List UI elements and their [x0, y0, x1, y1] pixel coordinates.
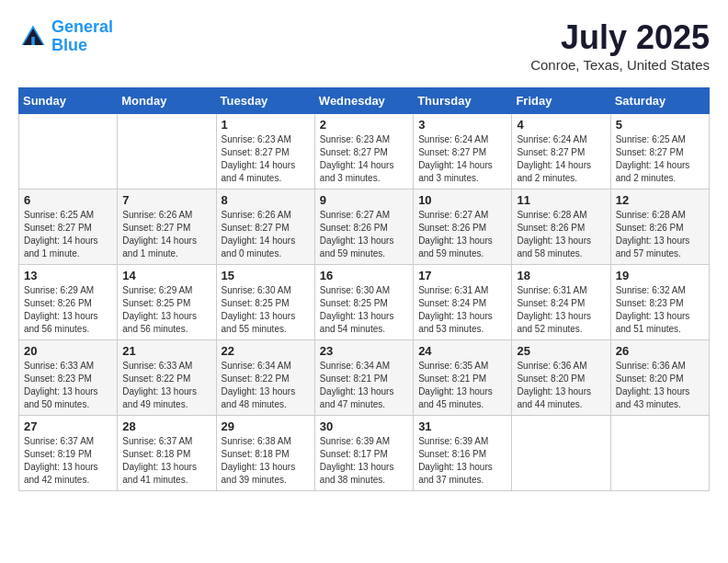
- calendar-cell: 30Sunrise: 6:39 AM Sunset: 8:17 PM Dayli…: [314, 416, 413, 491]
- day-info: Sunrise: 6:36 AM Sunset: 8:20 PM Dayligh…: [616, 360, 704, 411]
- calendar-cell: 21Sunrise: 6:33 AM Sunset: 8:22 PM Dayli…: [118, 340, 216, 416]
- location: Conroe, Texas, United States: [530, 57, 710, 73]
- calendar-cell: 6Sunrise: 6:25 AM Sunset: 8:27 PM Daylig…: [19, 190, 118, 265]
- calendar-cell: [118, 114, 216, 190]
- calendar-week-3: 13Sunrise: 6:29 AM Sunset: 8:26 PM Dayli…: [19, 265, 710, 340]
- day-number: 7: [122, 193, 210, 207]
- day-number: 3: [418, 118, 506, 132]
- day-info: Sunrise: 6:29 AM Sunset: 8:25 PM Dayligh…: [122, 284, 210, 336]
- calendar-cell: 11Sunrise: 6:28 AM Sunset: 8:26 PM Dayli…: [512, 190, 610, 265]
- day-info: Sunrise: 6:27 AM Sunset: 8:26 PM Dayligh…: [320, 209, 408, 260]
- day-info: Sunrise: 6:38 AM Sunset: 8:18 PM Dayligh…: [222, 435, 310, 487]
- calendar-cell: 28Sunrise: 6:37 AM Sunset: 8:18 PM Dayli…: [118, 416, 216, 491]
- day-info: Sunrise: 6:37 AM Sunset: 8:19 PM Dayligh…: [24, 435, 112, 487]
- calendar-cell: 31Sunrise: 6:39 AM Sunset: 8:16 PM Dayli…: [414, 416, 512, 491]
- page-header: General Blue July 2025 Conroe, Texas, Un…: [18, 18, 710, 73]
- header-thursday: Thursday: [414, 88, 512, 114]
- day-info: Sunrise: 6:36 AM Sunset: 8:20 PM Dayligh…: [517, 360, 605, 411]
- day-number: 11: [517, 193, 605, 207]
- calendar-cell: 1Sunrise: 6:23 AM Sunset: 8:27 PM Daylig…: [216, 114, 314, 190]
- day-number: 6: [24, 193, 112, 207]
- day-info: Sunrise: 6:37 AM Sunset: 8:18 PM Dayligh…: [122, 435, 210, 487]
- day-number: 18: [517, 269, 605, 282]
- calendar-cell: 20Sunrise: 6:33 AM Sunset: 8:23 PM Dayli…: [19, 340, 118, 416]
- day-number: 17: [418, 269, 506, 282]
- day-info: Sunrise: 6:30 AM Sunset: 8:25 PM Dayligh…: [320, 284, 408, 336]
- day-info: Sunrise: 6:28 AM Sunset: 8:26 PM Dayligh…: [616, 209, 704, 260]
- day-info: Sunrise: 6:26 AM Sunset: 8:27 PM Dayligh…: [122, 209, 210, 260]
- calendar-week-5: 27Sunrise: 6:37 AM Sunset: 8:19 PM Dayli…: [19, 416, 710, 491]
- calendar-cell: 27Sunrise: 6:37 AM Sunset: 8:19 PM Dayli…: [19, 416, 118, 491]
- day-info: Sunrise: 6:34 AM Sunset: 8:22 PM Dayligh…: [222, 360, 310, 411]
- day-info: Sunrise: 6:25 AM Sunset: 8:27 PM Dayligh…: [616, 133, 704, 185]
- calendar-cell: 13Sunrise: 6:29 AM Sunset: 8:26 PM Dayli…: [19, 265, 118, 340]
- day-info: Sunrise: 6:33 AM Sunset: 8:23 PM Dayligh…: [24, 360, 112, 411]
- calendar-cell: 14Sunrise: 6:29 AM Sunset: 8:25 PM Dayli…: [118, 265, 216, 340]
- day-info: Sunrise: 6:23 AM Sunset: 8:27 PM Dayligh…: [320, 133, 408, 185]
- header-monday: Monday: [118, 88, 216, 114]
- logo: General Blue: [18, 18, 113, 55]
- day-number: 16: [320, 269, 408, 282]
- day-number: 31: [418, 419, 506, 433]
- logo-text: General Blue: [51, 18, 113, 55]
- day-number: 5: [616, 118, 704, 132]
- day-info: Sunrise: 6:25 AM Sunset: 8:27 PM Dayligh…: [24, 209, 112, 260]
- day-info: Sunrise: 6:32 AM Sunset: 8:23 PM Dayligh…: [616, 284, 704, 336]
- day-number: 15: [222, 269, 310, 282]
- day-info: Sunrise: 6:30 AM Sunset: 8:25 PM Dayligh…: [222, 284, 310, 336]
- weekday-header-row: Sunday Monday Tuesday Wednesday Thursday…: [19, 88, 710, 114]
- calendar-cell: 22Sunrise: 6:34 AM Sunset: 8:22 PM Dayli…: [216, 340, 314, 416]
- month-year: July 2025: [530, 18, 710, 57]
- day-number: 22: [222, 344, 310, 358]
- calendar-cell: 25Sunrise: 6:36 AM Sunset: 8:20 PM Dayli…: [512, 340, 610, 416]
- calendar-cell: 23Sunrise: 6:34 AM Sunset: 8:21 PM Dayli…: [314, 340, 413, 416]
- day-info: Sunrise: 6:39 AM Sunset: 8:17 PM Dayligh…: [320, 435, 408, 487]
- calendar-cell: 9Sunrise: 6:27 AM Sunset: 8:26 PM Daylig…: [314, 190, 413, 265]
- day-info: Sunrise: 6:27 AM Sunset: 8:26 PM Dayligh…: [418, 209, 506, 260]
- day-info: Sunrise: 6:34 AM Sunset: 8:21 PM Dayligh…: [320, 360, 408, 411]
- header-friday: Friday: [512, 88, 610, 114]
- title-block: July 2025 Conroe, Texas, United States: [530, 18, 710, 73]
- calendar-cell: 4Sunrise: 6:24 AM Sunset: 8:27 PM Daylig…: [512, 114, 610, 190]
- calendar-cell: 5Sunrise: 6:25 AM Sunset: 8:27 PM Daylig…: [610, 114, 709, 190]
- day-number: 14: [122, 269, 210, 282]
- calendar-cell: 3Sunrise: 6:24 AM Sunset: 8:27 PM Daylig…: [414, 114, 512, 190]
- header-wednesday: Wednesday: [314, 88, 413, 114]
- calendar-cell: 12Sunrise: 6:28 AM Sunset: 8:26 PM Dayli…: [610, 190, 709, 265]
- day-info: Sunrise: 6:33 AM Sunset: 8:22 PM Dayligh…: [122, 360, 210, 411]
- day-number: 25: [517, 344, 605, 358]
- day-info: Sunrise: 6:26 AM Sunset: 8:27 PM Dayligh…: [222, 209, 310, 260]
- day-info: Sunrise: 6:31 AM Sunset: 8:24 PM Dayligh…: [418, 284, 506, 336]
- day-number: 26: [616, 344, 704, 358]
- calendar-cell: 2Sunrise: 6:23 AM Sunset: 8:27 PM Daylig…: [314, 114, 413, 190]
- day-number: 29: [222, 419, 310, 433]
- calendar-cell: 24Sunrise: 6:35 AM Sunset: 8:21 PM Dayli…: [414, 340, 512, 416]
- day-info: Sunrise: 6:31 AM Sunset: 8:24 PM Dayligh…: [517, 284, 605, 336]
- day-info: Sunrise: 6:23 AM Sunset: 8:27 PM Dayligh…: [222, 133, 310, 185]
- day-info: Sunrise: 6:24 AM Sunset: 8:27 PM Dayligh…: [517, 133, 605, 185]
- calendar-cell: [19, 114, 118, 190]
- day-number: 2: [320, 118, 408, 132]
- calendar-cell: 16Sunrise: 6:30 AM Sunset: 8:25 PM Dayli…: [314, 265, 413, 340]
- calendar-cell: 26Sunrise: 6:36 AM Sunset: 8:20 PM Dayli…: [610, 340, 709, 416]
- day-number: 23: [320, 344, 408, 358]
- day-number: 1: [222, 118, 310, 132]
- calendar-cell: 8Sunrise: 6:26 AM Sunset: 8:27 PM Daylig…: [216, 190, 314, 265]
- calendar-cell: [512, 416, 610, 491]
- day-number: 30: [320, 419, 408, 433]
- day-info: Sunrise: 6:29 AM Sunset: 8:26 PM Dayligh…: [24, 284, 112, 336]
- header-sunday: Sunday: [19, 88, 118, 114]
- calendar-cell: 10Sunrise: 6:27 AM Sunset: 8:26 PM Dayli…: [414, 190, 512, 265]
- day-number: 28: [122, 419, 210, 433]
- day-number: 12: [616, 193, 704, 207]
- day-number: 10: [418, 193, 506, 207]
- calendar-week-1: 1Sunrise: 6:23 AM Sunset: 8:27 PM Daylig…: [19, 114, 710, 190]
- day-number: 13: [24, 269, 112, 282]
- calendar-cell: 17Sunrise: 6:31 AM Sunset: 8:24 PM Dayli…: [414, 265, 512, 340]
- header-saturday: Saturday: [610, 88, 709, 114]
- day-info: Sunrise: 6:24 AM Sunset: 8:27 PM Dayligh…: [418, 133, 506, 185]
- calendar-cell: 29Sunrise: 6:38 AM Sunset: 8:18 PM Dayli…: [216, 416, 314, 491]
- day-info: Sunrise: 6:35 AM Sunset: 8:21 PM Dayligh…: [418, 360, 506, 411]
- day-info: Sunrise: 6:39 AM Sunset: 8:16 PM Dayligh…: [418, 435, 506, 487]
- day-number: 20: [24, 344, 112, 358]
